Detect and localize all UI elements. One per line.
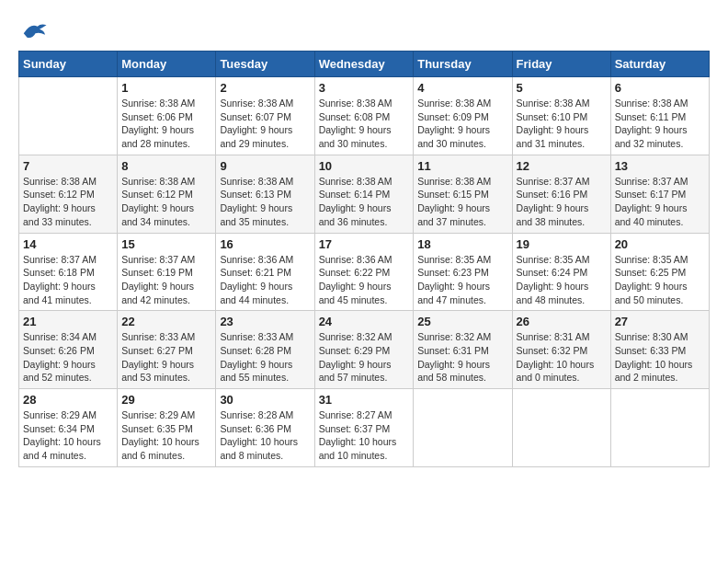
- calendar-week-row: 14Sunrise: 8:37 AM Sunset: 6:18 PM Dayli…: [19, 233, 710, 311]
- day-info: Sunrise: 8:35 AM Sunset: 6:24 PM Dayligh…: [517, 253, 607, 307]
- day-number: 29: [121, 393, 211, 407]
- calendar-cell: 30Sunrise: 8:28 AM Sunset: 6:36 PM Dayli…: [216, 389, 314, 467]
- day-info: Sunrise: 8:37 AM Sunset: 6:18 PM Dayligh…: [23, 253, 113, 307]
- day-number: 18: [417, 237, 507, 251]
- calendar-cell: 17Sunrise: 8:36 AM Sunset: 6:22 PM Dayli…: [314, 233, 414, 311]
- day-info: Sunrise: 8:27 AM Sunset: 6:37 PM Dayligh…: [319, 408, 410, 463]
- day-info: Sunrise: 8:36 AM Sunset: 6:21 PM Dayligh…: [220, 253, 310, 307]
- day-info: Sunrise: 8:28 AM Sunset: 6:36 PM Dayligh…: [220, 408, 310, 463]
- column-header-saturday: Saturday: [610, 52, 709, 77]
- calendar-cell: 25Sunrise: 8:32 AM Sunset: 6:31 PM Dayli…: [414, 311, 512, 389]
- column-header-wednesday: Wednesday: [314, 52, 414, 77]
- calendar-cell: 14Sunrise: 8:37 AM Sunset: 6:18 PM Dayli…: [19, 233, 118, 311]
- day-number: 4: [417, 81, 507, 95]
- calendar-cell: 3Sunrise: 8:38 AM Sunset: 6:08 PM Daylig…: [314, 77, 414, 155]
- day-info: Sunrise: 8:38 AM Sunset: 6:06 PM Dayligh…: [121, 97, 211, 151]
- day-info: Sunrise: 8:38 AM Sunset: 6:15 PM Dayligh…: [417, 175, 507, 229]
- calendar-cell: 11Sunrise: 8:38 AM Sunset: 6:15 PM Dayli…: [414, 155, 512, 233]
- calendar-cell: 9Sunrise: 8:38 AM Sunset: 6:13 PM Daylig…: [216, 155, 314, 233]
- day-number: 7: [23, 159, 113, 173]
- calendar-cell: 29Sunrise: 8:29 AM Sunset: 6:35 PM Dayli…: [118, 389, 216, 467]
- column-header-friday: Friday: [512, 52, 610, 77]
- calendar-cell: 22Sunrise: 8:33 AM Sunset: 6:27 PM Dayli…: [118, 311, 216, 389]
- day-number: 10: [319, 159, 410, 173]
- day-number: 6: [615, 81, 705, 95]
- day-info: Sunrise: 8:33 AM Sunset: 6:28 PM Dayligh…: [220, 330, 310, 385]
- calendar-cell: 5Sunrise: 8:38 AM Sunset: 6:10 PM Daylig…: [512, 77, 610, 155]
- calendar-cell: 24Sunrise: 8:32 AM Sunset: 6:29 PM Dayli…: [314, 311, 414, 389]
- day-number: 23: [220, 315, 310, 328]
- calendar-cell: 13Sunrise: 8:37 AM Sunset: 6:17 PM Dayli…: [610, 155, 709, 233]
- day-number: 31: [319, 393, 410, 407]
- column-header-thursday: Thursday: [414, 52, 512, 77]
- day-number: 15: [121, 237, 211, 251]
- day-info: Sunrise: 8:34 AM Sunset: 6:26 PM Dayligh…: [23, 330, 113, 385]
- day-number: 16: [220, 237, 310, 251]
- day-number: 8: [121, 159, 211, 173]
- day-number: 14: [23, 237, 113, 251]
- calendar-cell: 15Sunrise: 8:37 AM Sunset: 6:19 PM Dayli…: [118, 233, 216, 311]
- calendar-cell: 21Sunrise: 8:34 AM Sunset: 6:26 PM Dayli…: [19, 311, 118, 389]
- day-number: 2: [220, 81, 310, 95]
- calendar-cell: 20Sunrise: 8:35 AM Sunset: 6:25 PM Dayli…: [610, 233, 709, 311]
- calendar-cell: [19, 77, 118, 155]
- calendar-cell: 10Sunrise: 8:38 AM Sunset: 6:14 PM Dayli…: [314, 155, 414, 233]
- calendar-week-row: 28Sunrise: 8:29 AM Sunset: 6:34 PM Dayli…: [19, 389, 710, 467]
- calendar-cell: [610, 389, 709, 467]
- calendar-week-row: 1Sunrise: 8:38 AM Sunset: 6:06 PM Daylig…: [19, 77, 710, 155]
- day-info: Sunrise: 8:31 AM Sunset: 6:32 PM Dayligh…: [517, 330, 607, 385]
- logo: [18, 18, 48, 41]
- calendar-cell: 23Sunrise: 8:33 AM Sunset: 6:28 PM Dayli…: [216, 311, 314, 389]
- day-number: 12: [517, 159, 607, 173]
- day-info: Sunrise: 8:36 AM Sunset: 6:22 PM Dayligh…: [319, 253, 410, 307]
- calendar-week-row: 7Sunrise: 8:38 AM Sunset: 6:12 PM Daylig…: [19, 155, 710, 233]
- column-header-sunday: Sunday: [19, 52, 118, 77]
- day-info: Sunrise: 8:37 AM Sunset: 6:17 PM Dayligh…: [615, 175, 705, 229]
- day-number: 24: [319, 315, 410, 328]
- calendar-table: SundayMondayTuesdayWednesdayThursdayFrid…: [18, 51, 710, 467]
- day-info: Sunrise: 8:38 AM Sunset: 6:14 PM Dayligh…: [319, 175, 410, 229]
- day-info: Sunrise: 8:38 AM Sunset: 6:13 PM Dayligh…: [220, 175, 310, 229]
- day-number: 9: [220, 159, 310, 173]
- calendar-cell: 31Sunrise: 8:27 AM Sunset: 6:37 PM Dayli…: [314, 389, 414, 467]
- calendar-cell: 7Sunrise: 8:38 AM Sunset: 6:12 PM Daylig…: [19, 155, 118, 233]
- day-info: Sunrise: 8:38 AM Sunset: 6:12 PM Dayligh…: [23, 175, 113, 229]
- day-number: 3: [319, 81, 410, 95]
- calendar-cell: 6Sunrise: 8:38 AM Sunset: 6:11 PM Daylig…: [610, 77, 709, 155]
- day-number: 17: [319, 237, 410, 251]
- day-info: Sunrise: 8:30 AM Sunset: 6:33 PM Dayligh…: [615, 330, 705, 385]
- day-number: 11: [417, 159, 507, 173]
- calendar-cell: 28Sunrise: 8:29 AM Sunset: 6:34 PM Dayli…: [19, 389, 118, 467]
- calendar-cell: 2Sunrise: 8:38 AM Sunset: 6:07 PM Daylig…: [216, 77, 314, 155]
- day-info: Sunrise: 8:38 AM Sunset: 6:09 PM Dayligh…: [417, 97, 507, 151]
- day-number: 1: [121, 81, 211, 95]
- calendar-cell: 12Sunrise: 8:37 AM Sunset: 6:16 PM Dayli…: [512, 155, 610, 233]
- day-number: 20: [615, 237, 705, 251]
- day-number: 21: [23, 315, 113, 328]
- calendar-week-row: 21Sunrise: 8:34 AM Sunset: 6:26 PM Dayli…: [19, 311, 710, 389]
- day-number: 19: [517, 237, 607, 251]
- day-info: Sunrise: 8:37 AM Sunset: 6:19 PM Dayligh…: [121, 253, 211, 307]
- column-header-monday: Monday: [118, 52, 216, 77]
- day-info: Sunrise: 8:38 AM Sunset: 6:11 PM Dayligh…: [615, 97, 705, 151]
- day-number: 26: [517, 315, 607, 328]
- calendar-cell: [512, 389, 610, 467]
- day-info: Sunrise: 8:38 AM Sunset: 6:10 PM Dayligh…: [517, 97, 607, 151]
- calendar-cell: 8Sunrise: 8:38 AM Sunset: 6:12 PM Daylig…: [118, 155, 216, 233]
- day-number: 30: [220, 393, 310, 407]
- calendar-cell: 26Sunrise: 8:31 AM Sunset: 6:32 PM Dayli…: [512, 311, 610, 389]
- day-info: Sunrise: 8:29 AM Sunset: 6:35 PM Dayligh…: [121, 408, 211, 463]
- day-info: Sunrise: 8:29 AM Sunset: 6:34 PM Dayligh…: [23, 408, 113, 463]
- column-header-tuesday: Tuesday: [216, 52, 314, 77]
- calendar-header: SundayMondayTuesdayWednesdayThursdayFrid…: [19, 52, 710, 77]
- calendar-cell: 16Sunrise: 8:36 AM Sunset: 6:21 PM Dayli…: [216, 233, 314, 311]
- calendar-cell: [414, 389, 512, 467]
- day-info: Sunrise: 8:38 AM Sunset: 6:08 PM Dayligh…: [319, 97, 410, 151]
- calendar-cell: 4Sunrise: 8:38 AM Sunset: 6:09 PM Daylig…: [414, 77, 512, 155]
- day-number: 5: [517, 81, 607, 95]
- logo-bird-icon: [20, 18, 48, 41]
- day-info: Sunrise: 8:32 AM Sunset: 6:31 PM Dayligh…: [417, 330, 507, 385]
- day-info: Sunrise: 8:32 AM Sunset: 6:29 PM Dayligh…: [319, 330, 410, 385]
- day-number: 25: [417, 315, 507, 328]
- day-info: Sunrise: 8:38 AM Sunset: 6:12 PM Dayligh…: [121, 175, 211, 229]
